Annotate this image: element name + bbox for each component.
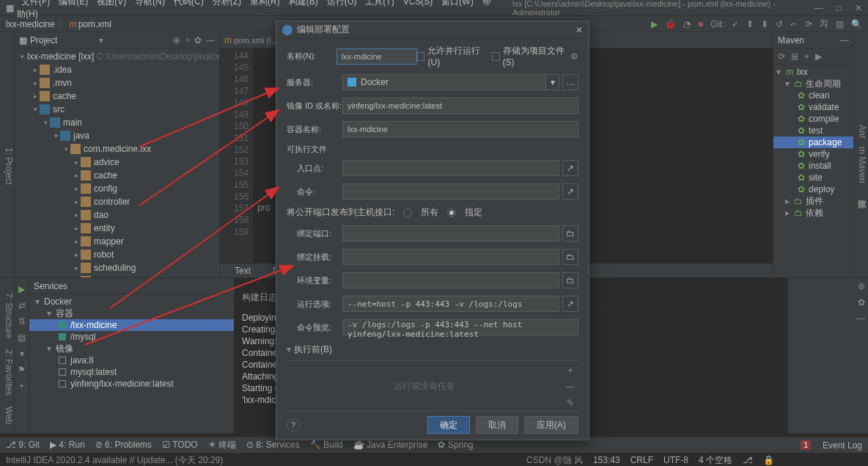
menu-item[interactable]: 窗口(W) [437, 0, 477, 7]
rail-web[interactable]: Web [4, 407, 14, 424]
collapse-icon[interactable]: ÷ [185, 35, 190, 45]
tree-node[interactable]: ▾java [15, 129, 219, 142]
tree-node[interactable]: ▸cache [15, 90, 219, 103]
breadcrumb-file[interactable]: pom.xml [78, 19, 111, 29]
maven-goal[interactable]: ✿clean [773, 90, 853, 101]
status-right-item[interactable]: UTF-8 [663, 455, 688, 465]
service-node[interactable]: java:8 [29, 354, 234, 366]
sr-min-icon[interactable]: — [856, 313, 865, 324]
sr-gear-icon[interactable]: ✿ [858, 297, 865, 307]
tree-node[interactable]: ▾lxx-medicine [lxx] C:\Users\admin\Deskt… [15, 50, 219, 63]
menu-item[interactable]: 编辑(E) [54, 0, 92, 7]
tree-node[interactable]: ▾src [15, 103, 219, 116]
apply-button[interactable]: 应用(A) [524, 416, 578, 434]
event-log-label[interactable]: Event Log [823, 440, 862, 451]
search-icon[interactable]: 🔍 [851, 19, 862, 29]
restart-icon[interactable]: ⟳ [805, 19, 812, 29]
status-item[interactable]: ⊙ 8: Services [246, 440, 300, 450]
tree-node[interactable]: ▸cache [15, 169, 219, 182]
hide-icon[interactable]: — [206, 35, 215, 45]
server-more-button[interactable]: … [562, 74, 578, 90]
env-vars-input[interactable] [342, 272, 559, 288]
rail-structure[interactable]: 7: Structure [4, 293, 14, 338]
command-expand-icon[interactable]: ↗ [562, 183, 578, 200]
run-icon[interactable]: ▶ [651, 19, 658, 29]
sv-filter1-icon[interactable]: ⇄ [18, 300, 26, 310]
maven-goal[interactable]: ✿validate [773, 101, 853, 113]
status-item[interactable]: ▶ 4: Run [50, 440, 85, 450]
task-add-icon[interactable]: + [567, 365, 573, 376]
menu-item[interactable]: 运行(U) [323, 0, 361, 7]
bind-mounts-input[interactable] [342, 249, 559, 265]
git-update-icon[interactable]: ✓ [732, 19, 739, 29]
menu-item[interactable]: 视图(V) [92, 0, 130, 7]
bind-ports-input[interactable] [342, 225, 559, 241]
radio-specific[interactable] [447, 208, 456, 217]
sv-group-icon[interactable]: ⚑ [18, 365, 26, 375]
git-push-icon[interactable]: ⬇ [761, 19, 768, 29]
git-commit-icon[interactable]: ⬆ [746, 19, 754, 29]
cancel-button[interactable]: 取消 [476, 416, 518, 434]
command-input[interactable] [342, 183, 559, 200]
maven-reload-icon[interactable]: ⟳ [778, 51, 785, 62]
tree-node[interactable]: ▸advice [15, 156, 219, 169]
help-icon[interactable]: ? [287, 418, 300, 432]
tree-node[interactable]: ▸mapper [15, 235, 219, 248]
git-history-icon[interactable]: ↺ [776, 19, 783, 29]
more-icon[interactable]: ▥ [836, 19, 844, 29]
status-item[interactable]: ☑ TODO [162, 440, 198, 450]
menu-item[interactable]: 代码(C) [169, 0, 208, 7]
maven-hide-icon[interactable]: — [840, 35, 849, 45]
service-node[interactable]: ▾镜像 [29, 343, 234, 354]
sv-collapse-icon[interactable]: ▾ [20, 349, 24, 359]
status-item[interactable]: ✿ Spring [438, 440, 473, 450]
tree-node[interactable]: ▸service [15, 274, 219, 277]
sr-settings-icon[interactable]: ⊛ [858, 281, 865, 291]
menu-item[interactable]: 工具(T) [361, 0, 398, 7]
menu-item[interactable]: 构建(B) [284, 0, 323, 7]
server-combo-arrow[interactable]: ▾ [546, 74, 559, 90]
services-tree[interactable]: ▾Docker▾容器/lxx-mdicine/mysql▾镜像java:8mys… [29, 294, 234, 433]
bind-mounts-browse-icon[interactable]: 🗀 [562, 249, 578, 265]
status-right-item[interactable]: CRLF [630, 455, 653, 465]
project-tree[interactable]: ▾lxx-medicine [lxx] C:\Users\admin\Deskt… [15, 48, 219, 277]
before-launch-section[interactable]: 执行前(B) [294, 344, 332, 354]
ok-button[interactable]: 确定 [427, 416, 470, 434]
tree-node[interactable]: ▸scheduling [15, 261, 219, 274]
service-node[interactable]: ▾Docker [29, 296, 234, 307]
update-text[interactable]: IntelliJ IDEA 2020.2.4 available // Upda… [6, 455, 223, 465]
status-item[interactable]: 🔨 Build [310, 440, 343, 450]
entrypoint-expand-icon[interactable]: ↗ [562, 160, 578, 176]
dialog-close-icon[interactable]: ✕ [575, 25, 583, 35]
tree-node[interactable]: ▾com.medicine.lxx [15, 142, 219, 156]
status-item[interactable]: ⊘ 6: Problems [95, 440, 152, 450]
editor-tab[interactable]: pom.xml (l… [234, 36, 279, 45]
service-node[interactable]: mysql:latest [29, 366, 234, 378]
tree-node[interactable]: ▸.mvn [15, 76, 219, 90]
status-right-item[interactable]: 4 个空格 [699, 455, 732, 465]
tree-node[interactable]: ▸entity [15, 222, 219, 235]
rail-favorites[interactable]: 2: Favorites [4, 349, 14, 396]
service-node[interactable]: /mysql [29, 331, 234, 343]
maven-goal[interactable]: ✿package [773, 136, 853, 148]
editor-foot-text[interactable]: Text [235, 266, 251, 276]
status-right-item[interactable]: 153:43 [593, 455, 620, 465]
run-options-expand-icon[interactable]: ↗ [562, 296, 578, 312]
maven-gen-icon[interactable]: ⊞ [791, 51, 798, 62]
tree-node[interactable]: ▸.idea [15, 63, 219, 76]
menu-item[interactable]: VCS(S) [399, 0, 438, 7]
entrypoint-input[interactable] [342, 160, 559, 176]
rail-maven[interactable]: m Maven [857, 147, 867, 183]
server-combo[interactable]: Docker [342, 74, 546, 90]
close-icon[interactable]: ✕ [855, 3, 862, 13]
service-node[interactable]: /lxx-mdicine [29, 319, 234, 331]
tree-node[interactable]: ▸controller [15, 195, 219, 208]
service-node[interactable]: yinfeng/lxx-medicine:latest [29, 378, 234, 390]
menu-item[interactable]: 分析(Z) [208, 0, 246, 7]
settings-icon[interactable]: ✿ [194, 35, 202, 45]
git-rollback-icon[interactable]: ⤺ [790, 19, 798, 29]
allow-parallel-checkbox[interactable]: 允许并行运行(U) [417, 45, 485, 68]
menu-item[interactable]: 导航(N) [130, 0, 169, 7]
store-as-file-checkbox[interactable]: 存储为项目文件(S) [492, 45, 567, 68]
maven-goal[interactable]: ✿site [773, 172, 853, 183]
